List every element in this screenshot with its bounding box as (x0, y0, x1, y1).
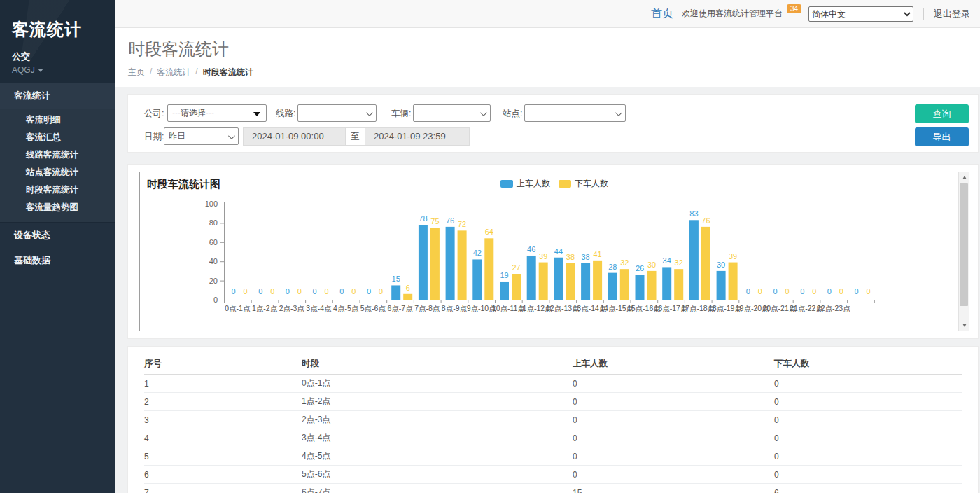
table-header-row: 序号 时段 上车人数 下车人数 (144, 354, 962, 375)
table-cell: 0 (774, 415, 962, 425)
date-end-input[interactable]: 2024-01-09 23:59 (365, 127, 470, 146)
svg-text:64: 64 (485, 228, 493, 236)
svg-text:0: 0 (827, 287, 832, 296)
org-code-dropdown[interactable]: AQGJ (0, 63, 115, 75)
table-cell: 0 (573, 415, 774, 425)
vehicle-select[interactable] (413, 104, 491, 122)
sidebar-subitem[interactable]: 线路客流统计 (0, 146, 115, 164)
svg-text:39: 39 (729, 252, 737, 261)
logout-link[interactable]: 退出登录 (934, 8, 970, 20)
scrollbar-up-button[interactable] (959, 172, 969, 183)
svg-text:15: 15 (392, 275, 400, 283)
svg-text:3点-4点: 3点-4点 (306, 304, 332, 312)
triangle-down-icon (962, 324, 967, 327)
language-select[interactable]: 简体中文 (808, 6, 913, 22)
svg-text:42: 42 (473, 249, 482, 257)
svg-text:0: 0 (379, 287, 383, 296)
breadcrumb-home[interactable]: 主页 (128, 67, 145, 78)
breadcrumb-current: 时段客流统计 (203, 67, 253, 78)
table-row: 43点-4点00 (144, 429, 962, 447)
station-label: 站点: (503, 104, 522, 123)
svg-text:80: 80 (209, 218, 218, 227)
svg-text:28: 28 (608, 263, 617, 271)
chart-vertical-scrollbar[interactable] (958, 172, 969, 331)
svg-text:6: 6 (406, 284, 410, 292)
submenu-passenger-stats: 客流明细客流汇总线路客流统计站点客流统计时段客流统计客流量趋势图 (0, 109, 115, 222)
svg-text:30: 30 (648, 261, 656, 269)
table-cell: 5 (144, 452, 302, 461)
station-select[interactable] (524, 104, 626, 122)
filter-panel: 公司: ---请选择--- 线路: 车辆: 站点: (127, 94, 979, 153)
table-cell: 0 (774, 470, 962, 480)
svg-text:32: 32 (675, 258, 683, 267)
date-separator: 至 (346, 127, 365, 146)
sidebar-item-base-data[interactable]: 基础数据 (0, 248, 115, 273)
chevron-down-icon (480, 109, 487, 116)
svg-text:0: 0 (855, 287, 859, 296)
date-start-input[interactable]: 2024-01-09 00:00 (243, 127, 346, 146)
svg-text:1点-2点: 1点-2点 (252, 304, 278, 312)
bar-chart: 020406080100000点-1点001点-2点002点-3点003点-4点… (140, 176, 959, 327)
svg-text:41: 41 (593, 250, 601, 258)
breadcrumb-passenger-stats[interactable]: 客流统计 (157, 67, 190, 78)
svg-text:83: 83 (690, 209, 698, 218)
table-cell: 7 (144, 488, 302, 493)
sidebar-subitem[interactable]: 客流汇总 (0, 129, 115, 146)
sidebar-subitem[interactable]: 客流明细 (0, 111, 115, 129)
topbar-divider (923, 8, 924, 20)
table-cell: 0 (573, 433, 774, 443)
table-cell: 6点-7点 (302, 487, 573, 493)
table-cell: 15 (573, 488, 774, 493)
svg-text:8点-9点: 8点-9点 (442, 304, 468, 312)
svg-text:7点-8点: 7点-8点 (414, 304, 440, 312)
date-preset-select[interactable]: 昨日 (164, 127, 239, 145)
table-cell: 0 (573, 379, 774, 389)
sidebar-subitem[interactable]: 站点客流统计 (0, 164, 115, 181)
menu-section-passenger-stats: 客流统计 客流明细客流汇总线路客流统计站点客流统计时段客流统计客流量趋势图 (0, 83, 115, 223)
svg-text:32: 32 (620, 258, 629, 267)
line-label: 线路: (276, 104, 295, 123)
svg-text:76: 76 (701, 216, 710, 225)
company-select[interactable]: ---请选择--- (167, 104, 267, 122)
svg-text:4点-5点: 4点-5点 (333, 304, 359, 312)
svg-text:0: 0 (214, 296, 218, 304)
sidebar-item-passenger-stats[interactable]: 客流统计 (0, 83, 115, 109)
svg-text:39: 39 (539, 252, 547, 261)
svg-text:0: 0 (746, 287, 750, 296)
sidebar-subitem[interactable]: 时段客流统计 (0, 181, 115, 199)
sidebar-subitem[interactable]: 客流量趋势图 (0, 199, 115, 216)
scrollbar-thumb[interactable] (960, 183, 968, 306)
table-cell: 0 (573, 470, 774, 480)
svg-text:0: 0 (773, 287, 777, 296)
svg-text:34: 34 (663, 256, 671, 265)
sidebar-item-device-status[interactable]: 设备状态 (0, 223, 115, 248)
table-row: 54点-5点00 (144, 447, 962, 466)
svg-text:30: 30 (717, 261, 725, 269)
svg-text:2点-3点: 2点-3点 (279, 304, 305, 312)
svg-text:0: 0 (286, 287, 290, 296)
sidebar-logo-area: 客流统计 公交 AQGJ (0, 0, 115, 83)
table-row: 76点-7点156 (144, 484, 962, 493)
svg-text:5点-6点: 5点-6点 (360, 304, 386, 312)
content: 公司: ---请选择--- 线路: 车辆: 站点: (115, 87, 980, 493)
table-row: 65点-6点00 (144, 466, 962, 484)
home-link[interactable]: 首页 (651, 6, 673, 21)
chart-box: 时段车流统计图 上车人数 下车人数 020406080100000点-1点001… (139, 172, 969, 331)
chevron-down-icon (228, 132, 235, 139)
data-table-panel: 序号 时段 上车人数 下车人数 10点-1点0021点-2点0032点-3点00… (127, 346, 979, 493)
svg-text:0: 0 (298, 287, 302, 296)
table-body: 10点-1点0021点-2点0032点-3点0043点-4点0054点-5点00… (144, 375, 962, 493)
scrollbar-down-button[interactable] (959, 320, 969, 331)
query-button[interactable]: 查询 (915, 104, 969, 123)
line-select[interactable] (298, 104, 377, 122)
svg-text:0: 0 (800, 287, 804, 296)
sidebar: 客流统计 公交 AQGJ 客流统计 客流明细客流汇总线路客流统计站点客流统计时段… (0, 0, 115, 493)
table-cell: 0 (774, 452, 962, 461)
svg-text:44: 44 (554, 247, 563, 256)
page-header: 时段客流统计 主页/ 客流统计/ 时段客流统计 (115, 28, 980, 87)
svg-text:40: 40 (209, 257, 218, 265)
table-row: 10点-1点00 (144, 375, 962, 393)
triangle-up-icon (962, 176, 967, 179)
export-button[interactable]: 导出 (915, 127, 969, 146)
svg-text:22点-23点: 22点-23点 (817, 304, 850, 312)
